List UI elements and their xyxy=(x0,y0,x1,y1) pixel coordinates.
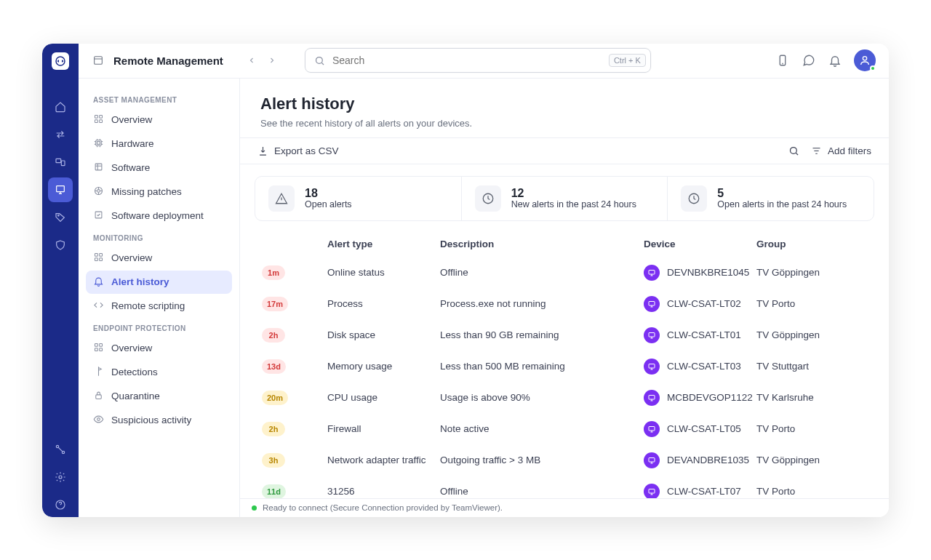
svg-point-12 xyxy=(863,57,866,60)
content: Alert history See the recent history of … xyxy=(240,79,889,517)
sidebar-item-detections[interactable]: Detections xyxy=(86,361,232,384)
svg-rect-29 xyxy=(95,348,98,351)
rail-settings-icon[interactable] xyxy=(48,465,73,489)
rail-transfer-icon[interactable] xyxy=(48,122,73,147)
sidebar-item-label: Detections xyxy=(111,367,158,377)
grid-icon xyxy=(93,113,104,127)
sidebar-item-hardware[interactable]: Hardware xyxy=(86,132,232,156)
col-group[interactable]: Group xyxy=(756,239,867,249)
cell-device: CLW-CSAT-LT02 xyxy=(644,296,756,312)
svg-rect-42 xyxy=(649,457,655,462)
avatar[interactable] xyxy=(854,49,876,71)
stat-value: 12 xyxy=(511,187,636,200)
cell-description: Less than 90 GB remaining xyxy=(440,329,644,340)
export-csv-button[interactable]: Export as CSV xyxy=(257,145,339,156)
sidebar-item-software-deployment[interactable]: Software deployment xyxy=(86,204,232,228)
sidebar-item-label: Hardware xyxy=(111,138,154,149)
nav-back-button[interactable] xyxy=(242,51,261,70)
sidebar-item-overview[interactable]: Overview xyxy=(86,108,232,132)
device-icon xyxy=(644,452,660,468)
rail-management-icon[interactable] xyxy=(48,177,73,202)
age-badge: 13d xyxy=(262,359,286,374)
bell-icon[interactable] xyxy=(828,53,842,68)
sidebar-item-label: Overview xyxy=(111,252,152,263)
cell-device: MCBDEVGOP1122 xyxy=(644,390,756,406)
svg-rect-23 xyxy=(95,253,98,256)
eye-icon xyxy=(93,414,104,427)
age-badge: 17m xyxy=(262,297,288,311)
table-row[interactable]: 17mProcessProcess.exe not runningCLW-CSA… xyxy=(255,288,874,319)
svg-point-32 xyxy=(97,417,100,420)
device-icon[interactable] xyxy=(775,53,790,68)
col-alert-type[interactable]: Alert type xyxy=(327,239,440,249)
nav-forward-button[interactable] xyxy=(263,51,281,70)
age-badge: 2h xyxy=(262,422,285,436)
stat-label: New alerts in the past 24 hours xyxy=(511,199,636,209)
sidebar-item-remote-scripting[interactable]: Remote scripting xyxy=(86,295,232,318)
rail-help-icon[interactable] xyxy=(48,492,73,517)
table-row[interactable]: 2hFirewallNote activeCLW-CSAT-LT05TV Por… xyxy=(255,413,874,444)
sidebar-item-overview[interactable]: Overview xyxy=(86,247,232,270)
table-row[interactable]: 2hDisk spaceLess than 90 GB remainingCLW… xyxy=(255,319,874,351)
cell-description: Usage is above 90% xyxy=(440,392,644,403)
device-icon xyxy=(644,390,660,406)
app-logo xyxy=(52,52,69,70)
chat-icon[interactable] xyxy=(802,53,816,68)
table-row[interactable]: 3hNetwork adapter trafficOutgoing traffi… xyxy=(255,444,874,476)
svg-rect-2 xyxy=(61,161,65,166)
add-filters-button[interactable]: Add filters xyxy=(811,145,871,156)
svg-rect-28 xyxy=(100,343,103,346)
cell-device: CLW-CSAT-LT05 xyxy=(644,421,756,437)
rail-home-icon[interactable] xyxy=(48,95,73,119)
search-input[interactable] xyxy=(332,55,602,66)
svg-rect-13 xyxy=(95,115,98,118)
col-device[interactable]: Device xyxy=(644,239,756,249)
sidebar-item-software[interactable]: Software xyxy=(86,156,232,180)
stat-label: Open alerts xyxy=(305,199,352,209)
window-menu-icon[interactable] xyxy=(92,54,105,67)
svg-point-6 xyxy=(62,451,64,453)
rail-devices-icon[interactable] xyxy=(48,150,73,175)
svg-rect-14 xyxy=(100,115,103,118)
filter-icon xyxy=(811,145,822,156)
sidebar-item-suspicious-activity[interactable]: Suspicious activity xyxy=(86,409,232,432)
status-text: Ready to connect (Secure Connection prov… xyxy=(263,503,503,512)
svg-point-33 xyxy=(790,147,796,153)
svg-rect-37 xyxy=(649,301,655,305)
svg-rect-39 xyxy=(649,364,655,368)
sidebar: ASSET MANAGEMENTOverviewHardwareSoftware… xyxy=(79,79,240,517)
age-badge: 1m xyxy=(262,265,285,280)
sidebar-item-overview[interactable]: Overview xyxy=(86,337,232,360)
flag-icon xyxy=(93,366,104,379)
sidebar-item-label: Suspicious activity xyxy=(111,415,191,425)
sidebar-item-quarantine[interactable]: Quarantine xyxy=(86,385,232,408)
cell-alert-type: CPU usage xyxy=(327,392,440,403)
sidebar-item-missing-patches[interactable]: Missing patches xyxy=(86,180,232,204)
svg-point-10 xyxy=(316,57,322,63)
warn-icon xyxy=(268,185,295,212)
sidebar-item-label: Overview xyxy=(111,343,152,353)
rail-shield-icon[interactable] xyxy=(48,233,73,257)
svg-rect-31 xyxy=(96,394,102,399)
cell-alert-type: 31256 xyxy=(327,486,440,497)
svg-point-5 xyxy=(56,445,58,447)
rail-workflow-icon[interactable] xyxy=(48,437,73,462)
rail-tag-icon[interactable] xyxy=(48,205,73,230)
search-shortcut: Ctrl + K xyxy=(609,54,646,67)
code-icon xyxy=(93,300,104,313)
download-icon xyxy=(257,145,268,156)
toolbar-search-button[interactable] xyxy=(788,145,799,156)
table-row[interactable]: 13dMemory usageLess than 500 MB remainin… xyxy=(255,351,874,382)
age-badge: 11d xyxy=(262,484,286,499)
clock-icon xyxy=(681,185,707,212)
device-icon xyxy=(644,327,660,343)
table-row[interactable]: 1mOnline statusOfflineDEVNBKBRE1045TV Gö… xyxy=(255,257,874,288)
table-row[interactable]: 20mCPU usageUsage is above 90%MCBDEVGOP1… xyxy=(255,382,874,413)
cell-group: TV Göppingen xyxy=(756,455,867,465)
sidebar-item-label: Alert history xyxy=(111,276,169,287)
col-description[interactable]: Description xyxy=(440,239,644,249)
device-icon xyxy=(644,421,660,437)
search-box[interactable]: Ctrl + K xyxy=(305,48,651,73)
status-bar: Ready to connect (Secure Connection prov… xyxy=(240,498,889,517)
sidebar-item-alert-history[interactable]: Alert history xyxy=(86,271,232,294)
